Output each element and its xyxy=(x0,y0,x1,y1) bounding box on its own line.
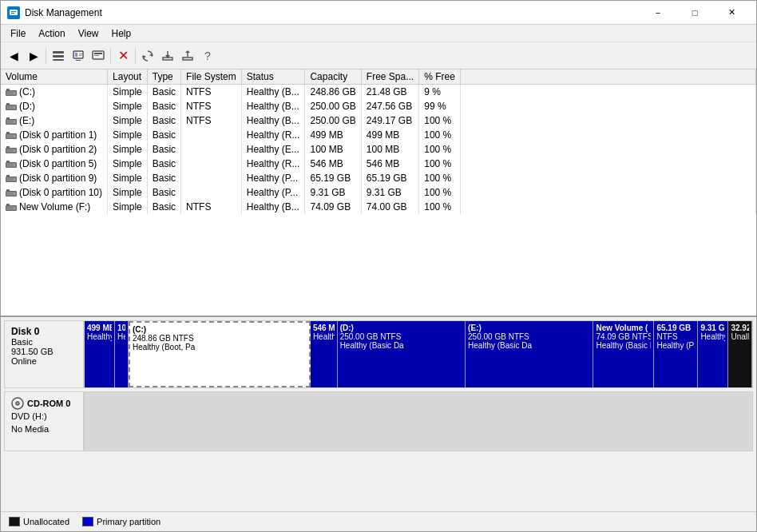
disk-list-button[interactable] xyxy=(49,46,68,66)
svg-rect-35 xyxy=(6,132,10,134)
svg-point-60 xyxy=(17,403,18,404)
refresh-button[interactable] xyxy=(138,46,157,66)
cell-extra xyxy=(460,185,755,200)
table-row[interactable]: (Disk 0 partition 10)SimpleBasicHealthy … xyxy=(1,185,756,200)
svg-point-57 xyxy=(14,207,15,208)
partition-name: 9.31 GB xyxy=(700,324,725,332)
legend-primary-box xyxy=(82,517,93,526)
settings-button[interactable] xyxy=(89,46,108,66)
col-filesystem[interactable]: File System xyxy=(181,69,242,85)
col-status[interactable]: Status xyxy=(241,69,305,85)
menu-help[interactable]: Help xyxy=(105,26,138,41)
cell-type: Basic xyxy=(147,142,180,157)
table-row[interactable]: (Disk 0 partition 9)SimpleBasicHealthy (… xyxy=(1,171,756,185)
volume-table-area: Volume Layout Type File System Status Ca… xyxy=(1,69,756,317)
cell-type: Basic xyxy=(147,128,180,142)
svg-rect-4 xyxy=(53,55,64,58)
cell-type: Basic xyxy=(147,85,180,100)
partition[interactable]: (E:) 250.00 GB NTFS Healthy (Basic Da xyxy=(466,321,593,387)
toolbar-separator-1 xyxy=(46,48,46,64)
cell-capacity: 248.86 GB xyxy=(305,85,361,100)
table-row[interactable]: (C:)SimpleBasicNTFSHealthy (B...248.86 G… xyxy=(1,85,756,100)
table-row[interactable]: (D:)SimpleBasicNTFSHealthy (B...250.00 G… xyxy=(1,99,756,113)
cell-pct: 100 % xyxy=(419,157,461,171)
menu-view[interactable]: View xyxy=(72,26,105,41)
cell-type: Basic xyxy=(147,171,180,185)
partition-status: Healthy (Basic Da xyxy=(468,341,590,350)
disk0-name: Disk 0 xyxy=(11,326,77,337)
partition-size: NTFS xyxy=(656,332,695,341)
cell-free: 9.31 GB xyxy=(361,185,418,200)
cell-layout: Simple xyxy=(108,157,148,171)
col-capacity[interactable]: Capacity xyxy=(305,69,361,85)
table-row[interactable]: (Disk 0 partition 2)SimpleBasicHealthy (… xyxy=(1,142,756,157)
help-button[interactable]: ? xyxy=(198,46,217,66)
cell-status: Healthy (P... xyxy=(241,171,305,185)
back-button[interactable]: ◀ xyxy=(4,46,23,66)
svg-point-33 xyxy=(14,121,15,122)
cell-status: Healthy (B... xyxy=(241,200,305,214)
partition[interactable]: 65.19 GB NTFS Healthy (Prima xyxy=(654,321,698,387)
svg-rect-31 xyxy=(6,117,10,120)
cell-pct: 100 % xyxy=(419,113,461,128)
cell-filesystem: NTFS xyxy=(181,99,242,113)
partition[interactable]: New Volume ( 74.09 GB NTFS Healthy (Basi… xyxy=(593,321,654,387)
menu-file[interactable]: File xyxy=(4,26,32,41)
col-free[interactable]: Free Spa... xyxy=(361,69,418,85)
cell-capacity: 65.19 GB xyxy=(305,171,361,185)
cell-type: Basic xyxy=(147,99,180,113)
cell-pct: 100 % xyxy=(419,185,461,200)
col-type[interactable]: Type xyxy=(147,69,180,85)
cell-extra xyxy=(460,99,755,113)
cell-free: 247.56 GB xyxy=(361,99,418,113)
cell-layout: Simple xyxy=(108,171,148,185)
cell-extra xyxy=(460,85,755,100)
cdrom0-status: No Media xyxy=(11,424,77,434)
partition-size: 74.09 GB NTFS xyxy=(596,332,651,341)
cell-volume: (Disk 0 partition 2) xyxy=(1,142,108,157)
legend-primary: Primary partition xyxy=(82,517,161,526)
delete-button[interactable]: ✕ xyxy=(113,46,133,66)
close-button[interactable]: ✕ xyxy=(713,1,750,25)
cell-status: Healthy (R... xyxy=(241,128,305,142)
partition[interactable]: 9.31 GB Healthy (Pri xyxy=(698,321,728,387)
table-row[interactable]: (Disk 0 partition 1)SimpleBasicHealthy (… xyxy=(1,128,756,142)
cell-pct: 100 % xyxy=(419,128,461,142)
svg-rect-12 xyxy=(94,53,102,54)
col-pct[interactable]: % Free xyxy=(419,69,461,85)
menu-action[interactable]: Action xyxy=(32,26,71,41)
export-button[interactable] xyxy=(178,46,197,66)
disk-area: Disk 0 Basic 931.50 GB Online 499 MB Hea… xyxy=(1,317,756,511)
cell-pct: 9 % xyxy=(419,85,461,100)
col-layout[interactable]: Layout xyxy=(108,69,148,85)
partition[interactable]: 100 M Heal xyxy=(115,321,129,387)
cell-layout: Simple xyxy=(108,85,148,100)
col-volume[interactable]: Volume xyxy=(1,69,108,85)
cell-filesystem: NTFS xyxy=(181,113,242,128)
cell-volume: (E:) xyxy=(1,113,108,128)
partition[interactable]: 499 MB Healthy xyxy=(85,321,115,387)
change-drive-button[interactable] xyxy=(69,46,88,66)
partition[interactable]: (D:) 250.00 GB NTFS Healthy (Basic Da xyxy=(338,321,466,387)
maximize-button[interactable]: □ xyxy=(676,1,713,25)
table-row[interactable]: (E:)SimpleBasicNTFSHealthy (B...250.00 G… xyxy=(1,113,756,128)
cell-type: Basic xyxy=(147,185,180,200)
partition-status: Healthy (Prima xyxy=(656,341,695,350)
svg-marker-14 xyxy=(149,54,153,57)
forward-button[interactable]: ▶ xyxy=(24,46,43,66)
partition[interactable]: (C:) 248.86 GB NTFS Healthy (Boot, Pa xyxy=(129,321,311,387)
cdrom0-name: CD-ROM 0 xyxy=(27,399,70,408)
partition-name: (C:) xyxy=(133,325,307,334)
table-row[interactable]: (Disk 0 partition 5)SimpleBasicHealthy (… xyxy=(1,157,756,171)
svg-rect-19 xyxy=(183,58,192,60)
partition[interactable]: 546 MB Healthy xyxy=(311,321,338,387)
table-row[interactable]: New Volume (F:)SimpleBasicNTFSHealthy (B… xyxy=(1,200,756,214)
import-button[interactable] xyxy=(158,46,177,66)
partition-status: Healthy (Boot, Pa xyxy=(133,343,307,351)
minimize-button[interactable]: − xyxy=(640,1,676,25)
svg-rect-43 xyxy=(6,161,10,163)
partition[interactable]: 32.92 GB Unallocated xyxy=(728,321,752,387)
cell-free: 249.17 GB xyxy=(361,113,418,128)
window-controls: − □ ✕ xyxy=(640,1,750,25)
cell-filesystem xyxy=(181,142,242,157)
